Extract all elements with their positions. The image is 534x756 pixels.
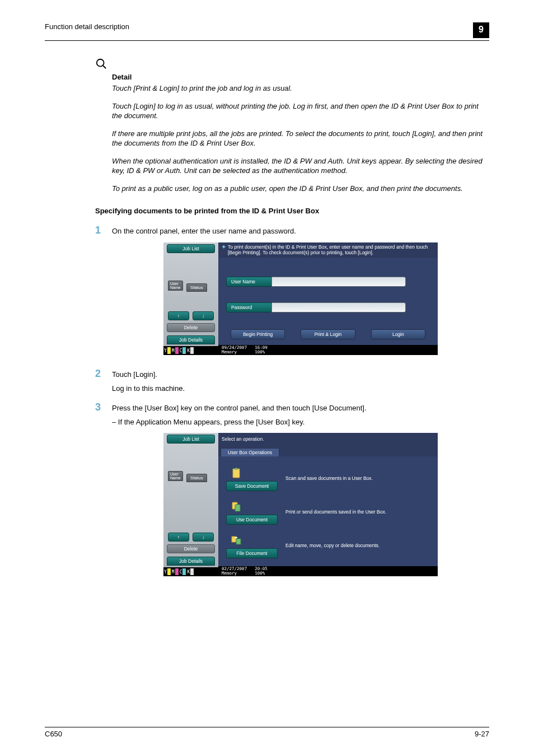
message-bar: Select an operation. (218, 433, 438, 445)
arrow-up-button[interactable]: ↑ (168, 533, 189, 542)
svg-point-0 (97, 59, 104, 67)
memory-label: Memory (222, 571, 247, 576)
footer-page-number: 9-27 (475, 730, 489, 738)
arrow-down-button[interactable]: ↓ (193, 533, 214, 542)
toner-indicator: Y M C K (163, 346, 218, 355)
section-heading: Specifying documents to be printed from … (95, 207, 489, 215)
status-bar: 02/27/2007 Memory 20:05 100% (218, 566, 438, 577)
status-bar: 09/24/2007 Memory 16:09 100% (218, 345, 438, 356)
save-document-button[interactable]: Save Document (226, 481, 278, 491)
memory-value: 100% (255, 350, 268, 354)
password-input[interactable] (271, 302, 406, 312)
detail-paragraph: To print as a public user, log on as a p… (112, 184, 489, 194)
control-panel-user-box: Job List User Name Status ↑ ↓ Delete Job… (163, 433, 438, 576)
toner-indicator: Y M C K (163, 567, 218, 576)
job-details-button[interactable]: Job Details (167, 335, 215, 344)
step-text: Touch [Login]. (112, 370, 489, 380)
use-document-button[interactable]: Use Document (226, 515, 278, 525)
arrow-down-button[interactable]: ↓ (193, 311, 214, 320)
step-number: 2 (95, 368, 112, 380)
footer-rule (45, 727, 489, 727)
magnifier-icon (95, 58, 489, 72)
step-text: On the control panel, enter the user nam… (112, 225, 489, 237)
memory-value: 100% (255, 571, 268, 576)
save-document-icon (228, 465, 244, 481)
job-details-button[interactable]: Job Details (167, 557, 215, 566)
login-button[interactable]: Login (371, 329, 425, 339)
svg-rect-2 (233, 469, 240, 478)
arrow-up-button[interactable]: ↑ (168, 311, 189, 320)
status-tab[interactable]: Status (186, 474, 207, 482)
header-rule (45, 40, 489, 41)
detail-paragraph: Touch [Login] to log in as usual, withou… (112, 101, 489, 121)
running-header: Function detail description (45, 22, 129, 31)
control-panel-login: Job List User Name Status ↑ ↓ Delete Job… (163, 242, 438, 355)
step-number: 1 (95, 225, 112, 236)
message-text: To print document(s) in the ID & Print U… (228, 244, 434, 255)
password-field-label[interactable]: Password (226, 302, 272, 312)
message-bar: ✦ To print document(s) in the ID & Print… (218, 242, 438, 257)
user-name-input[interactable] (271, 277, 406, 287)
file-document-desc: Edit name, move, copy or delete document… (285, 543, 380, 548)
file-document-icon (228, 533, 244, 548)
detail-heading: Detail (112, 73, 489, 81)
detail-paragraph: If there are multiple print jobs, all th… (112, 129, 489, 148)
memory-label: Memory (222, 350, 247, 354)
step-text: Press the [User Box] key on the control … (112, 403, 489, 414)
job-list-button[interactable]: Job List (167, 244, 215, 253)
footer-model: C650 (45, 730, 62, 738)
svg-line-1 (103, 66, 106, 69)
job-list-button[interactable]: Job List (167, 435, 215, 444)
use-document-icon (228, 499, 244, 515)
status-tab[interactable]: Status (186, 283, 207, 292)
detail-paragraph: Touch [Print & Login] to print the job a… (112, 83, 489, 94)
info-icon: ✦ (222, 244, 226, 250)
user-name-tab[interactable]: User Name (168, 281, 183, 291)
begin-printing-button[interactable]: Begin Printing (231, 329, 285, 339)
detail-paragraph: When the optional authentication unit is… (112, 156, 489, 176)
step-bullet: If the Application Menu appears, press t… (112, 417, 489, 428)
message-text: Select an operation. (222, 436, 434, 442)
step-number: 3 (95, 402, 112, 413)
user-name-tab[interactable]: User Name (168, 471, 183, 481)
user-name-field-label[interactable]: User Name (226, 277, 272, 287)
delete-button[interactable]: Delete (167, 323, 215, 332)
print-and-login-button[interactable]: Print & Login (301, 329, 355, 339)
svg-rect-4 (235, 505, 240, 511)
delete-button[interactable]: Delete (167, 544, 215, 553)
svg-rect-6 (236, 539, 241, 544)
save-document-desc: Scan and save documents in a User Box. (285, 475, 373, 481)
file-document-button[interactable]: File Document (226, 548, 278, 558)
use-document-desc: Print or send documents saved in the Use… (285, 509, 386, 515)
user-box-operations-tab[interactable]: User Box Operations (221, 448, 279, 456)
step-subtext: Log in to this machine. (112, 384, 489, 394)
chapter-number-badge: 9 (473, 22, 489, 38)
